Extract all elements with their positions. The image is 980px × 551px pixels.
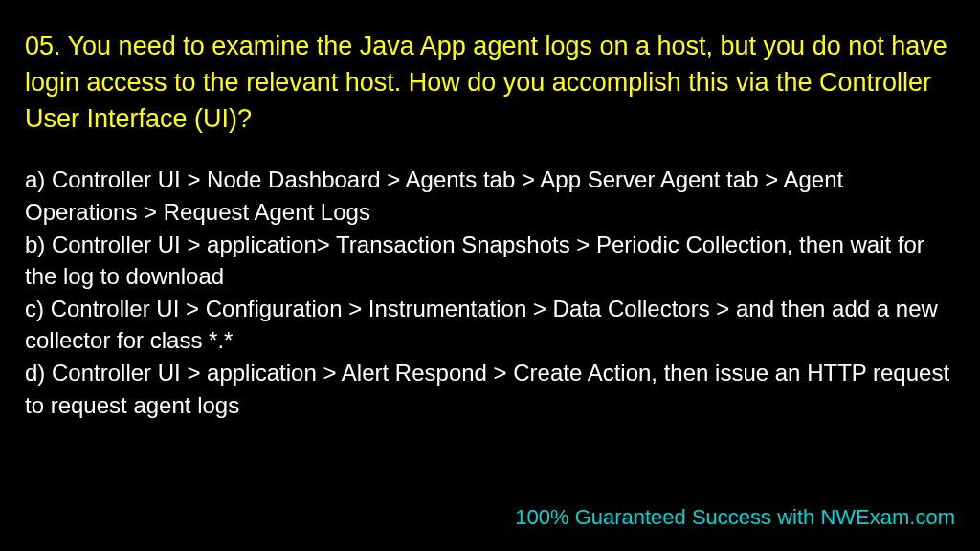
answers-block: a) Controller UI > Node Dashboard > Agen… <box>25 164 955 421</box>
question-text: 05. You need to examine the Java App age… <box>25 29 955 137</box>
answer-b: b) Controller UI > application> Transact… <box>25 229 955 293</box>
answer-c: c) Controller UI > Configuration > Instr… <box>25 293 955 357</box>
answer-d: d) Controller UI > application > Alert R… <box>25 357 955 421</box>
footer-text: 100% Guaranteed Success with NWExam.com <box>515 505 955 530</box>
answer-a: a) Controller UI > Node Dashboard > Agen… <box>25 164 955 228</box>
